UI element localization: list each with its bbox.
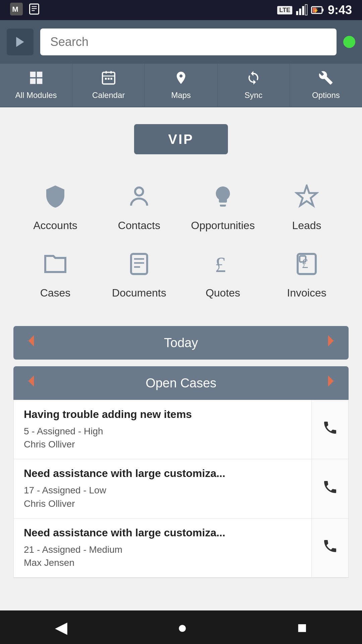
module-label-cases: Cases bbox=[40, 287, 71, 299]
modules-grid: Accounts Contacts Opportunities Leads Ca… bbox=[0, 168, 362, 316]
svg-marker-36 bbox=[28, 335, 34, 346]
module-label-quotes: Quotes bbox=[205, 287, 240, 299]
table-row: Having trouble adding new items 5 - Assi… bbox=[14, 400, 348, 459]
nav-item-sync[interactable]: Sync bbox=[218, 64, 290, 107]
table-row: Need assistance with large customiza... … bbox=[14, 519, 348, 578]
module-label-invoices: Invoices bbox=[287, 287, 326, 299]
cases-list: Having trouble adding new items 5 - Assi… bbox=[13, 400, 349, 578]
case-content-1[interactable]: Having trouble adding new items 5 - Assi… bbox=[14, 400, 311, 459]
home-button[interactable]: ● bbox=[177, 618, 187, 637]
status-bar-left: M bbox=[10, 3, 40, 18]
search-input[interactable] bbox=[40, 29, 337, 55]
svg-rect-2 bbox=[30, 4, 39, 14]
svg-text:⚡: ⚡ bbox=[313, 8, 319, 13]
back-icon: ◀ bbox=[55, 618, 67, 637]
status-bar: M LTE ⚡ 9:43 bbox=[0, 0, 362, 20]
module-leads[interactable]: Leads bbox=[265, 174, 349, 242]
cases-next-button[interactable] bbox=[322, 373, 339, 393]
module-quotes[interactable]: £ Quotes bbox=[181, 242, 265, 309]
case-meta2-2: Chris Olliver bbox=[24, 497, 301, 510]
svg-rect-6 bbox=[296, 11, 298, 15]
svg-marker-39 bbox=[328, 375, 334, 386]
today-prev-button[interactable] bbox=[23, 332, 40, 353]
svg-point-26 bbox=[135, 187, 143, 196]
vip-section: VIP bbox=[0, 107, 362, 168]
play-button[interactable] bbox=[7, 29, 34, 55]
home-icon: ● bbox=[177, 618, 187, 637]
memo-icon bbox=[28, 3, 40, 17]
map-pin-icon bbox=[174, 70, 188, 89]
recent-button[interactable]: ■ bbox=[297, 618, 307, 637]
svg-rect-9 bbox=[305, 5, 307, 15]
module-label-documents: Documents bbox=[112, 287, 166, 299]
svg-marker-37 bbox=[328, 335, 334, 346]
grid-icon bbox=[29, 70, 44, 89]
nav-bar: All Modules Calendar Maps Sync Options bbox=[0, 64, 362, 107]
today-bar: Today bbox=[13, 326, 349, 360]
nav-label-sync: Sync bbox=[245, 91, 262, 100]
module-label-contacts: Contacts bbox=[118, 219, 160, 232]
case-meta1-3: 21 - Assigned - Medium bbox=[24, 543, 301, 556]
bottom-nav: ◀ ● ■ bbox=[0, 610, 362, 644]
back-button[interactable]: ◀ bbox=[55, 618, 67, 637]
case-phone-2[interactable] bbox=[311, 459, 348, 518]
svg-rect-7 bbox=[299, 9, 301, 15]
case-title-1: Having trouble adding new items bbox=[24, 408, 301, 421]
module-cases[interactable]: Cases bbox=[13, 242, 97, 309]
vip-button[interactable]: VIP bbox=[134, 124, 228, 154]
table-row: Need assistance with large customiza... … bbox=[14, 459, 348, 518]
case-meta2-3: Max Jensen bbox=[24, 556, 301, 569]
nav-item-all-modules[interactable]: All Modules bbox=[0, 64, 72, 107]
module-invoices[interactable]: £ Invoices bbox=[265, 242, 349, 309]
svg-text:£: £ bbox=[215, 252, 226, 276]
nav-label-maps: Maps bbox=[171, 91, 191, 100]
person-icon bbox=[127, 184, 151, 214]
case-meta1-1: 5 - Assigned - High bbox=[24, 425, 301, 438]
module-opportunities[interactable]: Opportunities bbox=[181, 174, 265, 242]
today-label: Today bbox=[164, 336, 198, 350]
cases-prev-button[interactable] bbox=[23, 373, 40, 393]
status-indicator bbox=[343, 36, 355, 48]
gmail-icon: M bbox=[10, 3, 23, 18]
phone-icon-3 bbox=[322, 538, 338, 558]
svg-marker-27 bbox=[297, 185, 317, 206]
module-label-accounts: Accounts bbox=[33, 219, 77, 232]
case-title-2: Need assistance with large customiza... bbox=[24, 467, 301, 480]
svg-rect-15 bbox=[30, 72, 36, 77]
module-accounts[interactable]: Accounts bbox=[13, 174, 97, 242]
recent-icon: ■ bbox=[297, 618, 307, 637]
case-content-2[interactable]: Need assistance with large customiza... … bbox=[14, 459, 311, 518]
case-phone-3[interactable] bbox=[311, 519, 348, 577]
nav-item-calendar[interactable]: Calendar bbox=[72, 64, 145, 107]
module-documents[interactable]: Documents bbox=[97, 242, 181, 309]
status-bar-right: LTE ⚡ 9:43 bbox=[277, 3, 352, 17]
nav-label-calendar: Calendar bbox=[92, 91, 125, 100]
document-icon bbox=[127, 252, 151, 281]
today-next-button[interactable] bbox=[322, 332, 339, 353]
svg-rect-28 bbox=[131, 254, 147, 274]
nav-item-maps[interactable]: Maps bbox=[145, 64, 217, 107]
open-cases-label: Open Cases bbox=[145, 376, 216, 390]
header bbox=[0, 20, 362, 64]
phone-icon-1 bbox=[322, 420, 338, 439]
svg-rect-11 bbox=[322, 9, 323, 12]
sync-icon bbox=[246, 70, 261, 89]
svg-rect-16 bbox=[37, 72, 42, 77]
open-cases-bar: Open Cases bbox=[13, 366, 349, 400]
lightbulb-icon bbox=[211, 184, 235, 214]
calendar-icon bbox=[101, 70, 116, 89]
invoice-icon: £ bbox=[295, 252, 319, 281]
module-contacts[interactable]: Contacts bbox=[97, 174, 181, 242]
svg-marker-38 bbox=[28, 375, 34, 386]
nav-item-options[interactable]: Options bbox=[290, 64, 362, 107]
lte-badge: LTE bbox=[277, 6, 292, 14]
star-burst-icon bbox=[295, 184, 319, 214]
case-phone-1[interactable] bbox=[311, 400, 348, 459]
wrench-icon bbox=[318, 70, 333, 89]
case-meta1-2: 17 - Assigned - Low bbox=[24, 484, 301, 497]
svg-rect-25 bbox=[110, 78, 112, 80]
case-content-3[interactable]: Need assistance with large customiza... … bbox=[14, 519, 311, 577]
svg-marker-14 bbox=[16, 37, 24, 47]
search-container bbox=[40, 29, 337, 55]
svg-rect-17 bbox=[30, 78, 36, 84]
